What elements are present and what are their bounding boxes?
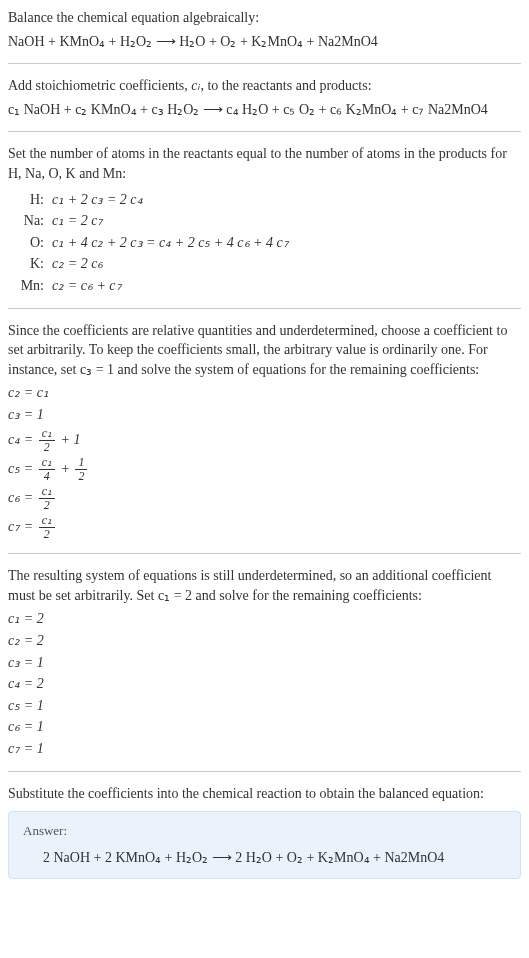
atom-eq: c₁ = 2 c₇ xyxy=(52,211,103,231)
answer-label: Answer: xyxy=(23,822,506,840)
atom-label: K: xyxy=(12,254,44,274)
c5-den: 4 xyxy=(39,470,55,483)
atom-row-o: O: c₁ + 4 c₂ + 2 c₃ = c₄ + 2 c₅ + 4 c₆ +… xyxy=(12,233,521,253)
coef-c6: c₆ = c₁2 xyxy=(8,485,521,512)
c5-frac1: c₁4 xyxy=(39,456,55,483)
coef2-c7: c₇ = 1 xyxy=(8,739,521,759)
answer-equation: 2 NaOH + 2 KMnO₄ + H₂O₂ ⟶ 2 H₂O + O₂ + K… xyxy=(43,848,506,868)
intro2-text: Add stoichiometric coefficients, cᵢ, to … xyxy=(8,76,521,96)
atom-label: Mn: xyxy=(12,276,44,296)
c7-den: 2 xyxy=(39,528,55,541)
atom-row-na: Na: c₁ = 2 c₇ xyxy=(12,211,521,231)
atom-label: H: xyxy=(12,190,44,210)
c6-den: 2 xyxy=(39,499,55,512)
c4-frac: c₁2 xyxy=(39,427,55,454)
divider-5 xyxy=(8,771,521,772)
atom-eq: c₂ = 2 c₆ xyxy=(52,254,103,274)
atom-eq: c₂ = c₆ + c₇ xyxy=(52,276,122,296)
atom-label: Na: xyxy=(12,211,44,231)
atom-label: O: xyxy=(12,233,44,253)
coef-c3: c₃ = 1 xyxy=(8,405,521,425)
coef2-c2: c₂ = 2 xyxy=(8,631,521,651)
atom-table: H: c₁ + 2 c₃ = 2 c₄ Na: c₁ = 2 c₇ O: c₁ … xyxy=(12,190,521,296)
divider-1 xyxy=(8,63,521,64)
divider-2 xyxy=(8,131,521,132)
coef2-c4: c₄ = 2 xyxy=(8,674,521,694)
c5-num: c₁ xyxy=(39,456,55,470)
intro1-text: Balance the chemical equation algebraica… xyxy=(8,8,521,28)
c4-suffix: + 1 xyxy=(57,431,80,446)
c6-frac: c₁2 xyxy=(39,485,55,512)
section-answer: Substitute the coefficients into the che… xyxy=(8,784,521,879)
divider-4 xyxy=(8,553,521,554)
atom-row-k: K: c₂ = 2 c₆ xyxy=(12,254,521,274)
atom-eq: c₁ + 2 c₃ = 2 c₄ xyxy=(52,190,143,210)
c4-den: 2 xyxy=(39,441,55,454)
c7-frac: c₁2 xyxy=(39,514,55,541)
coef2-c5: c₅ = 1 xyxy=(8,696,521,716)
equation-unbalanced: NaOH + KMnO₄ + H₂O₂ ⟶ H₂O + O₂ + K₂MnO₄ … xyxy=(8,32,521,52)
intro5-text: The resulting system of equations is sti… xyxy=(8,566,521,605)
c4-num: c₁ xyxy=(39,427,55,441)
c6-prefix: c₆ = xyxy=(8,490,37,505)
section-coefs2: The resulting system of equations is sti… xyxy=(8,566,521,758)
coef-c2: c₂ = c₁ xyxy=(8,383,521,403)
c7-prefix: c₇ = xyxy=(8,519,37,534)
answer-box: Answer: 2 NaOH + 2 KMnO₄ + H₂O₂ ⟶ 2 H₂O … xyxy=(8,811,521,879)
section-coefs1: Since the coefficients are relative quan… xyxy=(8,321,521,542)
c7-num: c₁ xyxy=(39,514,55,528)
c5-num2: 1 xyxy=(75,456,87,470)
intro2-b: , to the reactants and products: xyxy=(200,78,371,93)
intro3-text: Set the number of atoms in the reactants… xyxy=(8,144,521,183)
equation-with-coefs: c₁ NaOH + c₂ KMnO₄ + c₃ H₂O₂ ⟶ c₄ H₂O + … xyxy=(8,100,521,120)
intro2-a: Add stoichiometric coefficients, xyxy=(8,78,191,93)
atom-row-mn: Mn: c₂ = c₆ + c₇ xyxy=(12,276,521,296)
c4-prefix: c₄ = xyxy=(8,431,37,446)
section-intro2: Add stoichiometric coefficients, cᵢ, to … xyxy=(8,76,521,119)
coef-list-1: c₂ = c₁ c₃ = 1 c₄ = c₁2 + 1 c₅ = c₁4 + 1… xyxy=(8,383,521,541)
coef-c7: c₇ = c₁2 xyxy=(8,514,521,541)
coef-c4: c₄ = c₁2 + 1 xyxy=(8,427,521,454)
coef-c5: c₅ = c₁4 + 12 xyxy=(8,456,521,483)
coef2-c1: c₁ = 2 xyxy=(8,609,521,629)
c5-den2: 2 xyxy=(75,470,87,483)
c5-prefix: c₅ = xyxy=(8,461,37,476)
intro6-text: Substitute the coefficients into the che… xyxy=(8,784,521,804)
coef-list-2: c₁ = 2 c₂ = 2 c₃ = 1 c₄ = 2 c₅ = 1 c₆ = … xyxy=(8,609,521,758)
coef2-c3: c₃ = 1 xyxy=(8,653,521,673)
coef2-c6: c₆ = 1 xyxy=(8,717,521,737)
section-intro1: Balance the chemical equation algebraica… xyxy=(8,8,521,51)
atom-eq: c₁ + 4 c₂ + 2 c₃ = c₄ + 2 c₅ + 4 c₆ + 4 … xyxy=(52,233,289,253)
intro4-text: Since the coefficients are relative quan… xyxy=(8,321,521,380)
section-atoms: Set the number of atoms in the reactants… xyxy=(8,144,521,295)
c5-plus: + xyxy=(57,461,73,476)
c5-frac2: 12 xyxy=(75,456,87,483)
divider-3 xyxy=(8,308,521,309)
c6-num: c₁ xyxy=(39,485,55,499)
atom-row-h: H: c₁ + 2 c₃ = 2 c₄ xyxy=(12,190,521,210)
